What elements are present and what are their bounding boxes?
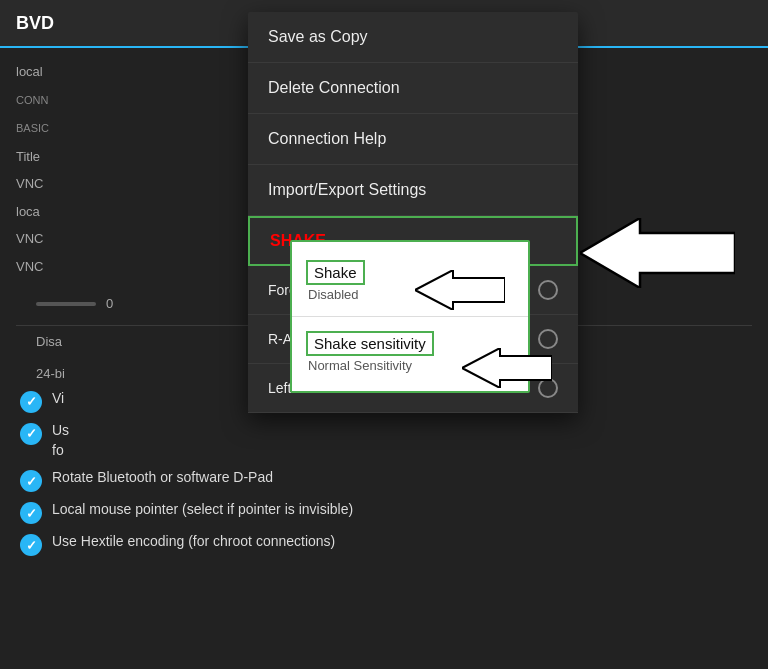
local-label: local <box>16 60 43 83</box>
menu-item-save-copy[interactable]: Save as Copy <box>248 12 578 63</box>
radio-force-landscape[interactable] <box>538 280 558 300</box>
rotate-bluetooth-text: Rotate Bluetooth or software D-Pad <box>52 468 273 488</box>
hextile-text: Use Hextile encoding (for chroot connect… <box>52 532 335 552</box>
checkbox-rotate-bluetooth: ✓ Rotate Bluetooth or software D-Pad <box>16 468 752 492</box>
svg-marker-1 <box>415 270 505 310</box>
menu-item-delete-connection[interactable]: Delete Connection <box>248 63 578 114</box>
checkbox-us: ✓ Usfo <box>16 421 752 460</box>
menu-item-import-export[interactable]: Import/Export Settings <box>248 165 578 216</box>
large-left-arrow <box>580 218 735 288</box>
slider-val: 0 <box>106 292 113 315</box>
title-label: Title <box>16 145 40 168</box>
small-left-arrow-sensitivity <box>462 348 552 388</box>
svg-marker-2 <box>462 348 552 388</box>
vnc2-label: VNC <box>16 227 43 250</box>
vnc3-label: VNC <box>16 255 43 278</box>
menu-item-connection-help[interactable]: Connection Help <box>248 114 578 165</box>
top-bar-title: BVD <box>16 13 54 34</box>
svg-marker-0 <box>580 218 735 288</box>
shake-option-label: Shake <box>306 260 365 285</box>
radio-ralt-iso[interactable] <box>538 329 558 349</box>
slider-track <box>36 302 96 306</box>
local-mouse-text: Local mouse pointer (select if pointer i… <box>52 500 353 520</box>
sensitivity-option-label: Shake sensitivity <box>306 331 434 356</box>
vnc-label: VNC <box>16 172 43 195</box>
checkbox-local-mouse: ✓ Local mouse pointer (select if pointer… <box>16 500 752 524</box>
small-left-arrow-shake <box>415 270 505 310</box>
local2-label: loca <box>16 200 40 223</box>
checkbox-hextile: ✓ Use Hextile encoding (for chroot conne… <box>16 532 752 556</box>
